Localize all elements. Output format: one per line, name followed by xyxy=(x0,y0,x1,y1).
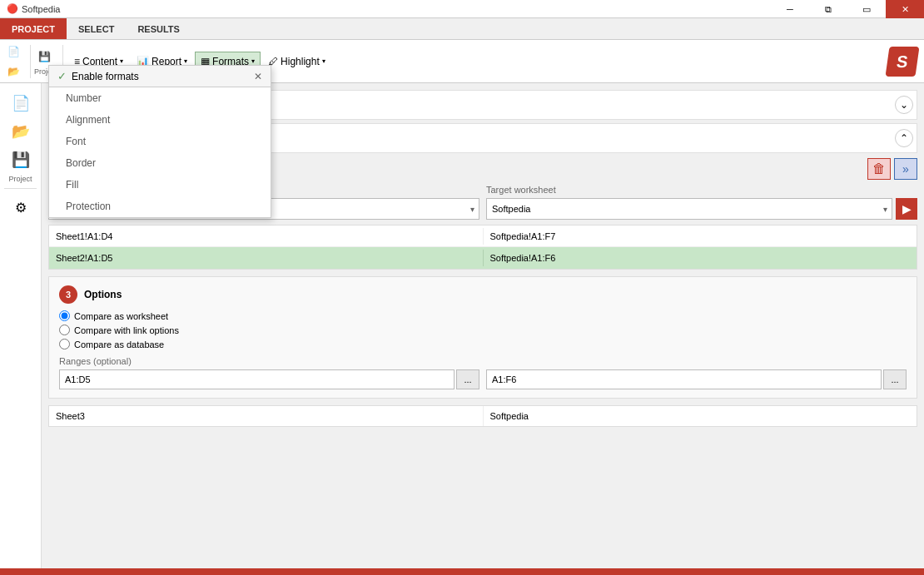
sidebar-project-label: Project xyxy=(8,175,32,183)
range-left-browse-button[interactable]: ... xyxy=(456,369,479,389)
options-panel: 3 Options Compare as worksheet Compare w… xyxy=(48,276,917,399)
dropdown-items: Number Alignment Font Border Fill Protec… xyxy=(49,87,271,217)
radio-compare-worksheet-label: Compare as worksheet xyxy=(74,311,168,321)
brand-logo: S xyxy=(887,47,917,77)
content-dropdown-icon: ▾ xyxy=(120,57,123,65)
menu-bar: PROJECT SELECT RESULTS xyxy=(0,18,924,40)
delete-button[interactable]: 🗑 xyxy=(867,158,891,180)
bottom-right-cell: Softpedia xyxy=(484,406,917,426)
highlight-label: Highlight xyxy=(281,56,320,67)
sidebar-settings-icon[interactable]: ⚙ xyxy=(7,194,34,221)
open-file-button[interactable]: 📂 xyxy=(3,62,23,81)
red-footer-bar xyxy=(0,568,924,575)
sidebar-open-icon[interactable]: 📂 xyxy=(7,118,34,145)
target-worksheet-select[interactable]: Softpedia xyxy=(486,198,892,220)
format-protection-item[interactable]: Protection xyxy=(49,196,271,217)
app-title: Softpedia xyxy=(22,4,60,14)
range-left-input[interactable] xyxy=(59,369,455,389)
title-bar: 🔴 Softpedia ─ ⧉ ▭ ✕ xyxy=(0,0,924,18)
table-cell-target-2: Softpedia!A1:F6 xyxy=(484,250,917,266)
dropdown-close-button[interactable]: ✕ xyxy=(254,71,262,82)
dropdown-header-left: ✓ Enable formats xyxy=(57,70,139,82)
target-select-wrapper: Softpedia ▾ ▶ xyxy=(486,198,917,220)
forward-button[interactable]: » xyxy=(894,158,917,180)
step1-expand-button[interactable]: ⌄ xyxy=(895,96,913,114)
format-number-item[interactable]: Number xyxy=(49,87,271,109)
range-right-input[interactable] xyxy=(486,369,882,389)
table-cell-target-1: Softpedia!A1:F7 xyxy=(484,228,917,245)
radio-compare-database[interactable] xyxy=(59,339,70,349)
range-right-browse-button[interactable]: ... xyxy=(883,369,907,389)
ranges-label: Ranges (optional) xyxy=(59,356,907,366)
sidebar-separator xyxy=(4,188,37,189)
tab-project[interactable]: PROJECT xyxy=(0,18,67,39)
ranges-inputs-row: ... ... xyxy=(59,369,907,389)
titlebar-split-button[interactable]: ⧉ xyxy=(809,0,847,18)
s-logo-icon: S xyxy=(885,47,919,77)
highlight-button[interactable]: 🖊 Highlight ▾ xyxy=(262,52,331,72)
save-button[interactable]: 💾 xyxy=(34,47,54,66)
ranges-section: Ranges (optional) ... ... xyxy=(59,356,907,389)
radio-worksheet-row: Compare as worksheet xyxy=(59,310,907,321)
toolbar-separator-1 xyxy=(30,45,31,78)
sidebar-new-icon[interactable]: 📄 xyxy=(7,90,34,116)
radio-compare-link[interactable] xyxy=(59,325,70,335)
format-fill-item[interactable]: Fill xyxy=(49,174,271,196)
enable-formats-label: Enable formats xyxy=(72,71,139,82)
navigate-button[interactable]: ▶ xyxy=(896,198,917,220)
options-header: 3 Options xyxy=(59,285,907,304)
step2-controls: ⌃ xyxy=(895,129,913,147)
sidebar-save-icon[interactable]: 💾 xyxy=(7,146,34,173)
check-icon: ✓ xyxy=(57,70,67,82)
dropdown-header: ✓ Enable formats ✕ xyxy=(49,66,271,87)
target-worksheet-label: Target worksheet xyxy=(486,185,917,195)
step1-controls: ⌄ xyxy=(895,96,913,114)
radio-compare-worksheet[interactable] xyxy=(59,310,70,321)
bottom-left-cell: Sheet3 xyxy=(49,406,484,426)
app-logo-icon: 🔴 xyxy=(7,3,18,14)
titlebar-restore-button[interactable]: ▭ xyxy=(847,0,886,18)
report-dropdown-icon: ▾ xyxy=(184,57,187,65)
table-cell-source-2: Sheet2!A1:D5 xyxy=(49,250,484,266)
options-title: Options xyxy=(84,289,122,300)
new-file-button[interactable]: 📄 xyxy=(3,42,23,61)
step3-circle: 3 xyxy=(59,285,77,304)
target-select-inner: Softpedia ▾ xyxy=(486,198,892,220)
sidebar-icons: 📄 📂 xyxy=(3,42,23,81)
table-row-2: Sheet2!A1:D5 Softpedia!A1:F6 xyxy=(49,247,917,269)
titlebar-close-button[interactable]: ✕ xyxy=(886,0,924,18)
titlebar-minimize-button[interactable]: ─ xyxy=(771,0,809,18)
table-row-1: Sheet1!A1:D4 Softpedia!A1:F7 xyxy=(49,226,917,247)
left-sidebar: 📄 📂 💾 Project ⚙ xyxy=(0,83,42,575)
worksheet-table: Sheet1!A1:D4 Softpedia!A1:F7 Sheet2!A1:D… xyxy=(48,225,917,270)
format-border-item[interactable]: Border xyxy=(49,152,271,174)
highlight-dropdown-icon: ▾ xyxy=(322,57,325,65)
tab-select[interactable]: SELECT xyxy=(67,18,126,39)
radio-database-row: Compare as database xyxy=(59,339,907,349)
format-font-item[interactable]: Font xyxy=(49,131,271,152)
radio-link-row: Compare with link options xyxy=(59,325,907,335)
table-cell-source-1: Sheet1!A1:D4 xyxy=(49,228,484,245)
step2-collapse-button[interactable]: ⌃ xyxy=(895,129,913,147)
bottom-row: Sheet3 Softpedia xyxy=(48,405,917,427)
tab-results[interactable]: RESULTS xyxy=(126,18,191,39)
window-controls: ─ ⧉ ▭ ✕ xyxy=(771,0,924,18)
formats-dropdown-icon: ▾ xyxy=(251,57,255,65)
formats-dropdown-menu: ✓ Enable formats ✕ Number Alignment Font… xyxy=(48,65,271,218)
format-alignment-item[interactable]: Alignment xyxy=(49,109,271,131)
radio-compare-database-label: Compare as database xyxy=(74,340,164,349)
range-left-group: ... xyxy=(59,369,479,389)
range-right-group: ... xyxy=(486,369,907,389)
radio-compare-link-label: Compare with link options xyxy=(74,325,179,335)
